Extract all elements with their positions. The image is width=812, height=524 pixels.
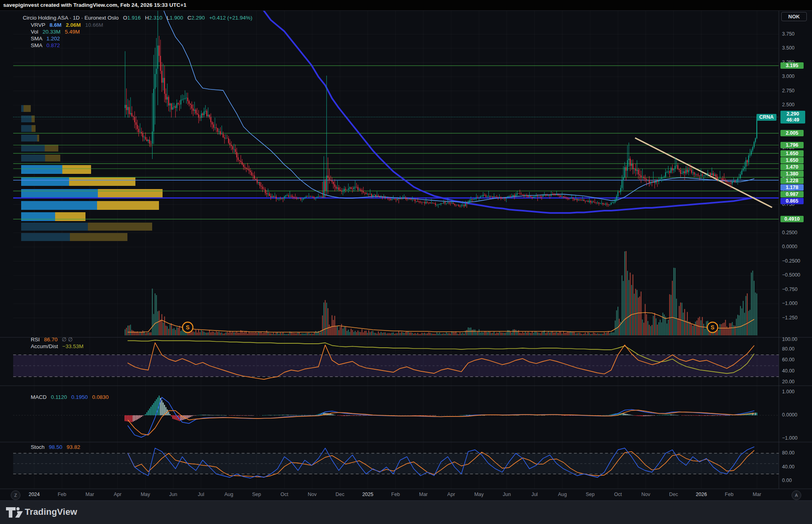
low-label: L (167, 15, 170, 21)
sma1-title: SMA (31, 36, 42, 42)
time-axis-label: Mar (85, 492, 94, 497)
time-axis-label: Nov (641, 492, 650, 497)
bar-countdown: 46:49 (780, 117, 805, 123)
price-level-label: 1.470 (780, 164, 804, 170)
macd-hist-value: 0.1120 (51, 394, 67, 400)
price-tick: 0.2500 (782, 230, 797, 235)
low-value: 1.900 (170, 15, 183, 21)
indicator-scale-tick: 0.00 (782, 478, 792, 483)
volume-value-1: 20.33M (43, 29, 61, 35)
symbol-price-tag: CRNA (756, 114, 776, 121)
time-axis-label: Jun (503, 492, 511, 497)
footer-bar: TradingView (0, 500, 812, 524)
price-level-label: 1.650 (780, 157, 804, 163)
time-axis-label: Nov (308, 492, 316, 497)
macd-line-value: 0.1950 (71, 394, 88, 400)
rsi-legend[interactable]: RSI 86.70 ∅ ∅ (31, 336, 73, 343)
price-level-label: 2.005 (780, 130, 804, 136)
sma2-value: 0.872 (46, 42, 60, 48)
time-axis-label: Feb (391, 492, 400, 497)
svg-text:S: S (186, 324, 189, 331)
accdist-legend[interactable]: Accum/Dist −33.53M (31, 343, 83, 349)
vrvp-legend[interactable]: VRVP 8.6M 2.06M 10.66M (31, 22, 103, 28)
time-axis-label: Mar (752, 492, 761, 497)
chart-plot[interactable]: SS (0, 11, 812, 501)
time-axis-label: Sep (586, 492, 594, 497)
vrvp-value-1: 8.6M (50, 22, 62, 28)
time-axis-label: 2024 (29, 492, 40, 497)
time-axis-label: Apr (447, 492, 455, 497)
indicator-scale-tick: 1.000 (782, 389, 794, 394)
time-axis-label: 2025 (362, 492, 373, 497)
time-axis-label: Feb (58, 492, 66, 497)
time-axis-label: May (141, 492, 150, 497)
symbol-title: Circio Holding ASA · 1D · Euronext Oslo (23, 15, 119, 21)
svg-text:S: S (711, 324, 714, 331)
price-level-label: 1.796 (780, 142, 804, 148)
indicator-scale-tick: 60.00 (782, 357, 794, 363)
sma1-legend[interactable]: SMA 1.202 (31, 36, 60, 42)
sma1-value: 1.202 (46, 36, 60, 42)
price-level-label: 1.228 (780, 177, 804, 184)
price-level-label: 0.4910 (780, 216, 804, 222)
change-value: +0.412 (+21.94%) (209, 15, 252, 21)
macd-signal-value: 0.0830 (92, 394, 109, 400)
price-tick: −0.2500 (782, 258, 800, 264)
close-label: C (187, 15, 191, 21)
rsi-empty-values: ∅ ∅ (62, 337, 73, 343)
time-axis-label: 2026 (696, 492, 707, 497)
price-level-label: 1.650 (780, 150, 804, 157)
price-level-label: 1.380 (780, 171, 804, 177)
accdist-value: −33.53M (62, 343, 83, 349)
indicator-scale-tick: 40.00 (782, 368, 794, 374)
price-tick: −0.5000 (782, 272, 800, 278)
indicator-scale-tick: −1.000 (782, 435, 798, 441)
symbol-legend[interactable]: Circio Holding ASA · 1D · Euronext Oslo … (23, 15, 252, 21)
indicator-scale-tick: 20.00 (782, 379, 794, 385)
indicator-scale-tick: 80.00 (782, 346, 794, 352)
time-axis-label: Dec (336, 492, 344, 497)
attribution-text: savepiginvest created with TradingView.c… (3, 2, 187, 8)
open-label: O (123, 15, 127, 21)
time-axis-label: Sep (252, 492, 261, 497)
volume-value-2: 5.49M (65, 29, 80, 35)
current-price-label: 2.29046:49 (780, 111, 805, 124)
open-value: 1.916 (127, 15, 141, 21)
time-axis[interactable]: Z A 2024FebMarAprMayJunJulAugSepOctNovDe… (0, 489, 812, 501)
tradingview-brand-text: TradingView (25, 507, 77, 517)
chart-area[interactable]: SS Circio Holding ASA · 1D · Euronext Os… (0, 10, 812, 501)
high-label: H (145, 15, 149, 21)
price-tick: 3.500 (782, 45, 794, 51)
price-level-label: 0.987 (780, 191, 804, 197)
macd-legend[interactable]: MACD 0.1120 0.1950 0.0830 (31, 394, 109, 400)
price-tick: −1.250 (782, 315, 798, 321)
time-axis-label: Dec (669, 492, 678, 497)
price-level-label: 1.178 (780, 184, 804, 191)
time-axis-label: Aug (558, 492, 567, 497)
time-axis-label: Oct (280, 492, 288, 497)
axis-settings-button[interactable]: A (792, 490, 801, 500)
time-axis-label: Feb (725, 492, 734, 497)
time-axis-label: Apr (114, 492, 121, 497)
stoch-legend[interactable]: Stoch 98.50 93.82 (31, 444, 80, 450)
high-value: 2.310 (149, 15, 163, 21)
timezone-button[interactable]: Z (11, 490, 20, 500)
price-tick: 0.0000 (782, 244, 797, 249)
price-tick: 2.750 (782, 88, 794, 94)
indicator-scale-tick: 40.00 (782, 464, 794, 470)
rsi-title: RSI (31, 337, 40, 343)
sma2-legend[interactable]: SMA 0.872 (31, 42, 60, 48)
price-tick: 2.500 (782, 102, 794, 108)
volume-title: Vol (31, 29, 38, 35)
time-axis-label: Jul (198, 492, 204, 497)
price-level-label: 3.195 (780, 62, 804, 69)
close-value: 2.290 (191, 15, 205, 21)
time-axis-label: Jul (531, 492, 538, 497)
price-tick: −0.750 (782, 287, 798, 292)
stoch-k-value: 98.50 (49, 444, 62, 450)
time-axis-label: Jun (169, 492, 177, 497)
accdist-title: Accum/Dist (31, 343, 58, 349)
currency-button[interactable]: NOK (781, 12, 807, 21)
volume-legend[interactable]: Vol 20.33M 5.49M (31, 29, 80, 35)
price-tick: 3.000 (782, 74, 794, 79)
